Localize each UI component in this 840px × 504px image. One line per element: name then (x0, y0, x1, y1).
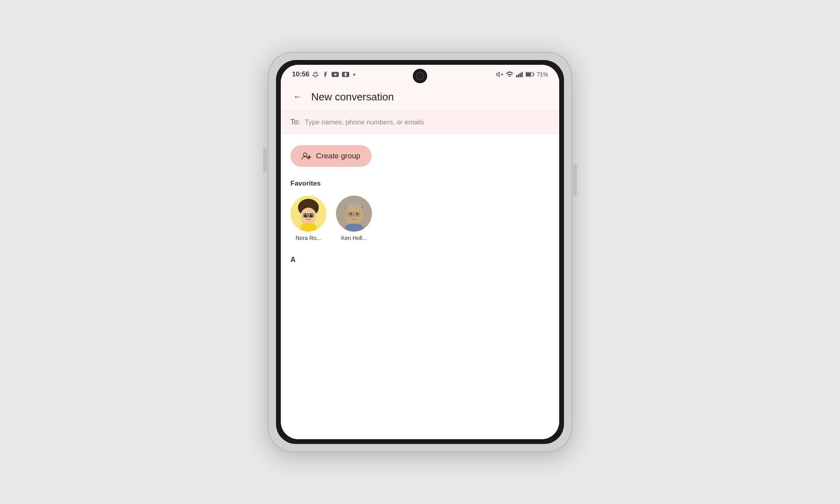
slack-icon (312, 71, 319, 78)
favorites-contacts-row: Nora Ro... (290, 196, 550, 241)
svg-line-37 (347, 214, 348, 214)
svg-rect-7 (516, 75, 518, 77)
status-icons-right: 71% (496, 71, 548, 78)
svg-rect-8 (518, 74, 519, 77)
wifi-icon (506, 71, 514, 78)
back-button[interactable]: ← (290, 90, 305, 104)
top-bar: ← New conversation (281, 82, 559, 110)
contact-item-nora[interactable]: Nora Ro... (290, 196, 326, 241)
status-time: 10:56 (292, 70, 309, 78)
phone-frame: 10:56 (268, 52, 572, 452)
svg-rect-12 (526, 73, 531, 76)
svg-rect-4 (345, 73, 347, 76)
camera-area (413, 69, 427, 83)
svg-point-19 (300, 208, 316, 225)
youtube-icon (332, 72, 339, 77)
signal-icon (516, 71, 523, 78)
phone-inner: 10:56 (276, 60, 564, 444)
svg-rect-9 (520, 73, 521, 77)
back-arrow-icon: ← (293, 92, 302, 102)
contact-name-ken: Ken Holl... (341, 235, 367, 241)
mute-icon (496, 71, 503, 78)
avatar-nora (290, 196, 326, 232)
avatar-ken (336, 196, 372, 232)
status-icons-left (312, 71, 355, 78)
to-field[interactable]: To: Type names, phone numbers, or emails (281, 110, 559, 134)
screen: 10:56 (281, 65, 559, 439)
svg-point-21 (310, 214, 313, 217)
status-bar: 10:56 (281, 65, 559, 82)
svg-rect-10 (521, 72, 523, 78)
create-group-label: Create group (316, 152, 360, 160)
facebook-icon (322, 71, 328, 78)
camera-lens (416, 72, 424, 80)
page-title: New conversation (311, 91, 394, 103)
battery-icon (526, 72, 534, 77)
create-group-button[interactable]: Create group (290, 145, 372, 167)
content-area: Create group Favorites (281, 134, 559, 439)
svg-rect-13 (533, 73, 534, 75)
contact-name-nora: Nora Ro... (296, 235, 321, 241)
svg-point-32 (350, 213, 352, 215)
svg-point-14 (303, 153, 307, 156)
svg-line-38 (360, 214, 361, 214)
svg-point-33 (356, 213, 358, 215)
camera-notch (413, 69, 427, 83)
svg-point-22 (306, 215, 307, 216)
contact-item-ken[interactable]: Ken Holl... (336, 196, 372, 241)
youtube-tv-icon (342, 72, 349, 77)
svg-point-20 (304, 214, 307, 217)
to-input[interactable]: Type names, phone numbers, or emails (305, 118, 550, 126)
to-label: To: (290, 118, 300, 126)
notification-dot (353, 74, 355, 76)
alpha-section-a: A (290, 252, 550, 264)
favorites-section-title: Favorites (290, 180, 550, 188)
svg-point-23 (312, 215, 312, 216)
group-add-icon (302, 152, 311, 160)
battery-percent: 71% (537, 71, 548, 78)
svg-point-31 (346, 205, 362, 213)
